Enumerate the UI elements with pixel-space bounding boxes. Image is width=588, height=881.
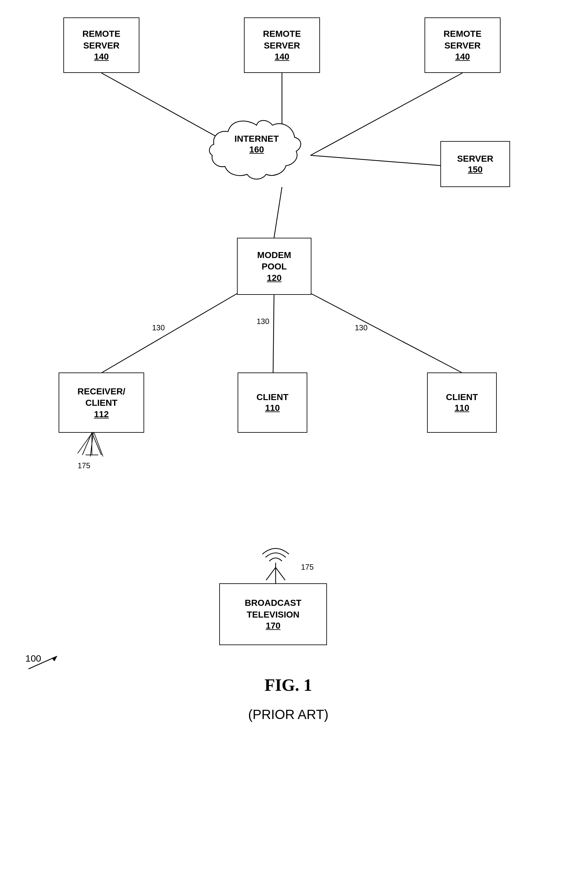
- antenna-receiver: [76, 431, 108, 463]
- line-130-center-label: 130: [256, 317, 269, 326]
- client-right-label: CLIENT: [446, 392, 478, 403]
- receiver-client: RECEIVER/CLIENT 112: [58, 373, 144, 433]
- diagram: REMOTESERVER 140 REMOTESERVER 140 REMOTE…: [0, 0, 588, 881]
- remote-server-center: REMOTESERVER 140: [244, 17, 320, 73]
- server-150: SERVER 150: [440, 141, 510, 187]
- modem-pool-id: 120: [267, 273, 282, 283]
- broadcast-tv-label: BROADCASTTELEVISION: [245, 597, 302, 620]
- svg-line-13: [92, 433, 101, 455]
- svg-line-16: [266, 567, 276, 580]
- modem-pool: MODEMPOOL 120: [237, 238, 311, 295]
- internet-label: INTERNET 160: [206, 133, 307, 155]
- receiver-client-id: 112: [94, 409, 109, 420]
- remote-server-right-label: REMOTESERVER: [444, 28, 482, 51]
- line-130-left-label: 130: [152, 323, 165, 332]
- server-150-label: SERVER: [457, 153, 494, 164]
- remote-server-left-label: REMOTESERVER: [82, 28, 120, 51]
- client-right: CLIENT 110: [427, 373, 497, 433]
- svg-line-7: [310, 293, 462, 373]
- prior-art-label: (PRIOR ART): [181, 707, 396, 722]
- remote-server-left: REMOTESERVER 140: [63, 17, 140, 73]
- remote-server-right-id: 140: [455, 51, 470, 62]
- svg-line-17: [276, 567, 285, 580]
- client-right-id: 110: [454, 403, 470, 413]
- remote-server-center-id: 140: [274, 51, 290, 62]
- broadcast-antenna: [256, 545, 295, 586]
- svg-line-6: [273, 293, 274, 373]
- modem-pool-label: MODEMPOOL: [257, 250, 291, 273]
- svg-line-4: [274, 187, 282, 238]
- client-center: CLIENT 110: [238, 373, 307, 433]
- broadcast-tv-id: 170: [266, 620, 281, 631]
- arrow-100-text: 100: [26, 653, 41, 664]
- svg-line-2: [310, 73, 462, 155]
- internet-cloud: INTERNET 160: [206, 116, 307, 189]
- receiver-client-label: RECEIVER/CLIENT: [78, 386, 126, 409]
- line-130-right-label: 130: [355, 323, 368, 332]
- remote-server-right: REMOTESERVER 140: [424, 17, 501, 73]
- tv-175-label: 175: [301, 563, 314, 571]
- broadcast-tv: BROADCASTTELEVISION 170: [219, 583, 327, 645]
- diagram-100-label: 100: [26, 653, 63, 674]
- svg-line-5: [102, 293, 238, 373]
- svg-line-3: [310, 155, 444, 166]
- remote-server-left-id: 140: [94, 51, 109, 62]
- client-center-id: 110: [265, 403, 280, 413]
- client-center-label: CLIENT: [256, 392, 288, 403]
- remote-server-center-label: REMOTESERVER: [263, 28, 301, 51]
- svg-line-11: [82, 433, 92, 455]
- server-150-id: 150: [468, 164, 483, 175]
- fig-label: FIG. 1: [190, 675, 387, 695]
